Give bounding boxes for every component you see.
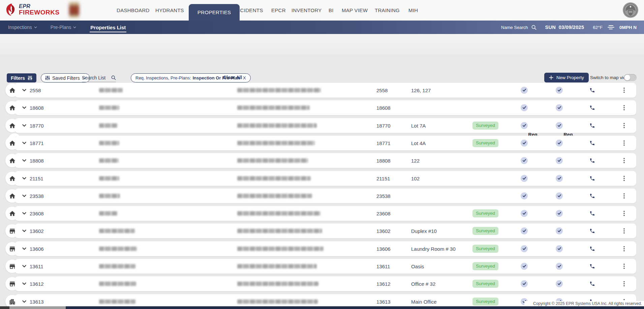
expand-row-button[interactable]: [22, 159, 26, 162]
subnav-item-properties-list[interactable]: Properties List: [90, 24, 126, 32]
contacts-phone-button[interactable]: [589, 211, 595, 216]
table-row: 2115121151102: [0, 171, 644, 186]
nav-tab-inventory[interactable]: INVENTORY: [292, 0, 322, 21]
property-number[interactable]: 23538: [30, 193, 44, 199]
house-icon[interactable]: [5, 101, 19, 114]
check-icon: [558, 195, 561, 198]
contacts-phone-button[interactable]: [589, 264, 595, 269]
surveyed-badge: Surveyed: [472, 280, 498, 288]
check-icon: [558, 124, 561, 127]
expand-row-button[interactable]: [22, 282, 26, 285]
store-icon[interactable]: [5, 277, 19, 290]
store-icon[interactable]: [5, 224, 19, 238]
property-number[interactable]: 21151: [30, 176, 43, 181]
expand-row-button[interactable]: [22, 212, 26, 215]
contacts-phone-button[interactable]: [589, 193, 595, 199]
unit-number: Duplex #10: [411, 228, 437, 234]
row-menu-button[interactable]: [623, 281, 625, 286]
profile-avatar[interactable]: [623, 2, 638, 18]
scrollbar-thumb[interactable]: [9, 306, 66, 309]
house-icon: [9, 122, 16, 129]
nav-tab-hydrants[interactable]: HYDRANTS: [155, 0, 184, 21]
expand-row-button[interactable]: [22, 300, 26, 303]
house-icon[interactable]: [5, 119, 19, 132]
store-icon[interactable]: [5, 242, 19, 255]
property-number[interactable]: 13611: [30, 264, 43, 269]
row-menu-button[interactable]: [623, 140, 625, 146]
property-number[interactable]: 18808: [30, 158, 44, 164]
app-logo[interactable]: EPR FIREWORKS: [5, 3, 60, 16]
expand-row-button[interactable]: [22, 230, 26, 232]
row-menu-button[interactable]: [623, 176, 625, 181]
contacts-phone-button[interactable]: [589, 140, 595, 146]
nav-tab-map-view[interactable]: MAP VIEW: [342, 0, 368, 21]
house-icon[interactable]: [5, 207, 19, 220]
property-number[interactable]: 13606: [30, 246, 44, 252]
house-icon[interactable]: [5, 189, 19, 203]
phone-icon: [589, 140, 595, 146]
row-menu-button[interactable]: [623, 123, 625, 128]
row-menu-button[interactable]: [623, 211, 625, 216]
expand-row-button[interactable]: [22, 124, 26, 127]
expand-row-button[interactable]: [22, 89, 26, 92]
property-number[interactable]: 18770: [30, 123, 44, 129]
property-number[interactable]: 13612: [30, 281, 44, 287]
row-menu-button[interactable]: [623, 158, 625, 163]
contacts-phone-button[interactable]: [589, 228, 595, 234]
house-icon[interactable]: [5, 154, 19, 167]
row-menu-button[interactable]: [623, 246, 625, 251]
horizontal-scrollbar[interactable]: [0, 306, 644, 309]
nav-tab-dashboard[interactable]: DASHBOARD: [117, 0, 150, 21]
name-search-label: Name Search: [501, 25, 528, 30]
contacts-phone-button[interactable]: [589, 105, 595, 111]
req-inspection-check: [556, 263, 563, 270]
row-menu-button[interactable]: [623, 88, 625, 93]
expand-row-button[interactable]: [22, 142, 26, 144]
contacts-phone-button[interactable]: [589, 123, 595, 129]
subnav-item-pre-plans[interactable]: Pre-Plans: [51, 25, 76, 30]
name-search[interactable]: Name Search: [501, 25, 536, 30]
address-redacted: [237, 88, 321, 93]
property-number[interactable]: 2558: [30, 88, 41, 93]
nav-tab-mih[interactable]: MIH: [408, 0, 418, 21]
contacts-phone-button[interactable]: [589, 88, 595, 93]
store-icon[interactable]: [5, 260, 19, 273]
expand-row-button[interactable]: [22, 195, 26, 197]
contacts-phone-button[interactable]: [589, 158, 595, 164]
phone-icon: [589, 246, 595, 252]
req-preplan-check: [521, 245, 528, 252]
logo-line2: FIREWORKS: [19, 9, 60, 15]
row-menu-button[interactable]: [623, 228, 625, 234]
nav-tab-bi[interactable]: BI: [329, 0, 334, 21]
house-icon[interactable]: [5, 172, 19, 185]
description-redacted: [99, 176, 119, 181]
fire-helmet-icon: [623, 3, 638, 17]
house-icon[interactable]: [5, 136, 19, 150]
contacts-phone-button[interactable]: [589, 281, 595, 287]
nav-tab-epcr[interactable]: EPCR: [271, 0, 286, 21]
contacts-phone-button[interactable]: [589, 176, 595, 181]
row-menu-button[interactable]: [623, 105, 625, 110]
expand-row-button[interactable]: [22, 177, 26, 180]
req-inspection-check: [556, 104, 563, 111]
phone-icon: [589, 105, 595, 111]
expand-row-button[interactable]: [22, 106, 26, 109]
contacts-phone-button[interactable]: [589, 246, 595, 252]
property-number[interactable]: 13613: [30, 299, 44, 305]
req-preplan-check: [521, 104, 528, 111]
house-icon[interactable]: [5, 83, 19, 97]
property-number[interactable]: 23608: [30, 211, 44, 216]
property-row-card: 1877018770Lot 7ASurveyed: [15, 118, 636, 133]
subnav-item-inspections[interactable]: Inspections: [8, 25, 37, 30]
property-number[interactable]: 13602: [30, 228, 44, 234]
expand-row-button[interactable]: [22, 265, 26, 268]
expand-row-button[interactable]: [22, 247, 26, 250]
nav-tab-properties[interactable]: PROPERTIES: [189, 4, 240, 21]
nav-tab-training[interactable]: TRAINING: [375, 0, 400, 21]
chevron-down-icon: [73, 26, 76, 28]
property-number[interactable]: 18608: [30, 105, 44, 111]
row-menu-button[interactable]: [623, 264, 625, 269]
row-menu-button[interactable]: [623, 193, 625, 199]
property-number[interactable]: 18771: [30, 140, 44, 146]
kebab-menu-icon: [623, 211, 625, 216]
